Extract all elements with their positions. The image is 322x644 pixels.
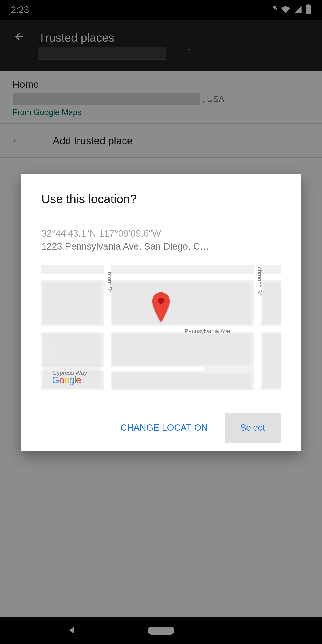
status-bar: 2:23 (0, 0, 322, 20)
place-title: Home (12, 79, 310, 90)
map-pin-icon (152, 292, 170, 324)
nav-home-pill[interactable] (148, 626, 174, 634)
plus-icon: + (12, 136, 17, 145)
app-bar: Trusted places (0, 20, 322, 71)
dialog-coords: 32°44'43.1"N 117°09'09.6"W (41, 228, 281, 239)
map-label-pennsylvania: Pennsylvania Ave (184, 328, 230, 335)
nav-back-icon[interactable] (67, 626, 76, 636)
chevron-down-icon[interactable] (186, 46, 192, 54)
nav-bar (0, 617, 322, 644)
dialog-title: Use this location? (41, 192, 281, 206)
map-preview[interactable]: mont St chmond St Pennsylvania Ave Cypre… (41, 265, 281, 390)
change-location-button[interactable]: CHANGE LOCATION (113, 416, 216, 440)
svg-point-0 (158, 298, 164, 304)
address-redacted (12, 93, 200, 105)
select-button[interactable]: Select (224, 413, 281, 442)
map-label-mont: mont St (106, 272, 113, 292)
wifi-icon (281, 5, 290, 15)
place-source: From Google Maps (12, 108, 310, 117)
trusted-place-item[interactable]: Home , USA From Google Maps (0, 71, 322, 124)
add-label: Add trusted place (53, 134, 133, 147)
battery-icon (306, 4, 311, 15)
address-suffix: , USA (202, 94, 224, 104)
status-time: 2:23 (11, 4, 29, 15)
vpn-key-icon (268, 4, 278, 15)
map-label-richmond: chmond St (256, 267, 263, 295)
back-arrow-icon[interactable] (14, 31, 25, 44)
account-redacted[interactable] (38, 48, 166, 60)
cell-signal-icon (294, 5, 302, 15)
status-icons (268, 4, 311, 15)
google-logo: Google (52, 375, 81, 386)
dialog-address: 1223 Pennsylvania Ave, San Diego, C… (41, 241, 281, 252)
page-title: Trusted places (38, 31, 166, 44)
add-trusted-place[interactable]: + Add trusted place (0, 124, 322, 158)
location-dialog: Use this location? 32°44'43.1"N 117°09'0… (21, 174, 301, 452)
